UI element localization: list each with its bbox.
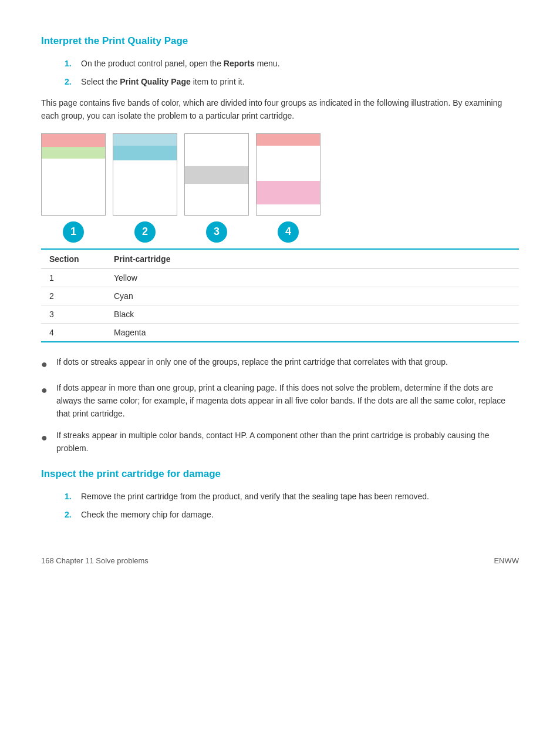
table-row: 4Magenta xyxy=(41,323,519,342)
table-header-section: Section xyxy=(41,249,106,269)
section-title-2: Inspect the print cartridge for damage xyxy=(41,468,519,480)
step-item-2: 2. Select the Print Quality Page item to… xyxy=(65,76,519,88)
card2-stripe-lightblue xyxy=(113,134,177,146)
cartridge-table: Section Print-cartridge 1Yellow2Cyan3Bla… xyxy=(41,248,519,342)
color-band-illustration xyxy=(41,133,519,216)
step-item-1: 1. On the product control panel, open th… xyxy=(65,58,519,70)
bullet-dot: ● xyxy=(41,382,49,421)
card4-stripe-pink-bottom xyxy=(257,181,320,204)
table-cell-section: 3 xyxy=(41,305,106,323)
table-header-cartridge: Print-cartridge xyxy=(106,249,519,269)
bullet-item: ●If streaks appear in multiple color ban… xyxy=(41,429,519,455)
page-footer: 168 Chapter 11 Solve problems ENWW xyxy=(41,556,519,565)
badge-2: 2 xyxy=(134,221,156,243)
table-cell-section: 1 xyxy=(41,268,106,287)
badge-1: 1 xyxy=(63,221,84,243)
card-4 xyxy=(256,133,321,216)
description-paragraph: This page contains five bands of color, … xyxy=(41,96,519,123)
bullet-dot: ● xyxy=(41,356,49,373)
table-row: 2Cyan xyxy=(41,287,519,305)
steps-section1: 1. On the product control panel, open th… xyxy=(65,58,519,88)
step-num-1: 1. xyxy=(65,58,75,70)
steps-section2: 1. Remove the print cartridge from the p… xyxy=(65,490,519,521)
card2-stripe-blue xyxy=(113,146,177,160)
table-body: 1Yellow2Cyan3Black4Magenta xyxy=(41,268,519,342)
table-cell-cartridge: Black xyxy=(106,305,519,323)
table-cell-cartridge: Cyan xyxy=(106,287,519,305)
bullet-item: ●If dots or streaks appear in only one o… xyxy=(41,355,519,373)
table-header-row: Section Print-cartridge xyxy=(41,249,519,269)
table-row: 1Yellow xyxy=(41,268,519,287)
step-text-1: On the product control panel, open the R… xyxy=(81,58,519,70)
card1-stripe-green xyxy=(42,147,105,159)
step2-item-2: 2. Check the memory chip for damage. xyxy=(65,509,519,521)
section-title-1: Interpret the Print Quality Page xyxy=(41,35,519,47)
step-num-2: 2. xyxy=(65,76,75,88)
table-row: 3Black xyxy=(41,305,519,323)
footer-left: 168 Chapter 11 Solve problems xyxy=(41,556,149,565)
badge-3: 3 xyxy=(206,221,227,243)
card-1 xyxy=(41,133,106,216)
bullet-text: If dots appear in more than one group, p… xyxy=(56,381,519,421)
badge-container-3: 3 xyxy=(184,221,249,243)
card-3 xyxy=(184,133,249,216)
table-cell-cartridge: Yellow xyxy=(106,268,519,287)
badge-container-4: 4 xyxy=(256,221,321,243)
step2-text-2: Check the memory chip for damage. xyxy=(81,509,519,521)
step2-text-1: Remove the print cartridge from the prod… xyxy=(81,490,519,503)
number-badges-row: 1 2 3 4 xyxy=(41,221,519,243)
badge-4: 4 xyxy=(278,221,299,243)
badge-container-1: 1 xyxy=(41,221,106,243)
bullet-text: If streaks appear in multiple color band… xyxy=(56,429,519,455)
step2-item-1: 1. Remove the print cartridge from the p… xyxy=(65,490,519,503)
card3-stripe-gray xyxy=(185,166,248,184)
step-text-2: Select the Print Quality Page item to pr… xyxy=(81,76,519,88)
card1-stripe-red xyxy=(42,134,105,147)
badge-container-2: 2 xyxy=(113,221,177,243)
bullet-dot: ● xyxy=(41,429,49,455)
bullet-item: ●If dots appear in more than one group, … xyxy=(41,381,519,421)
card4-stripe-pink-top xyxy=(257,134,320,146)
table-cell-cartridge: Magenta xyxy=(106,323,519,342)
footer-right: ENWW xyxy=(494,556,519,565)
table-cell-section: 2 xyxy=(41,287,106,305)
step2-num-2: 2. xyxy=(65,509,75,521)
bullet-text: If dots or streaks appear in only one of… xyxy=(56,355,519,373)
table-cell-section: 4 xyxy=(41,323,106,342)
bullet-list: ●If dots or streaks appear in only one o… xyxy=(41,355,519,455)
card-2 xyxy=(113,133,177,216)
step2-num-1: 1. xyxy=(65,490,75,503)
